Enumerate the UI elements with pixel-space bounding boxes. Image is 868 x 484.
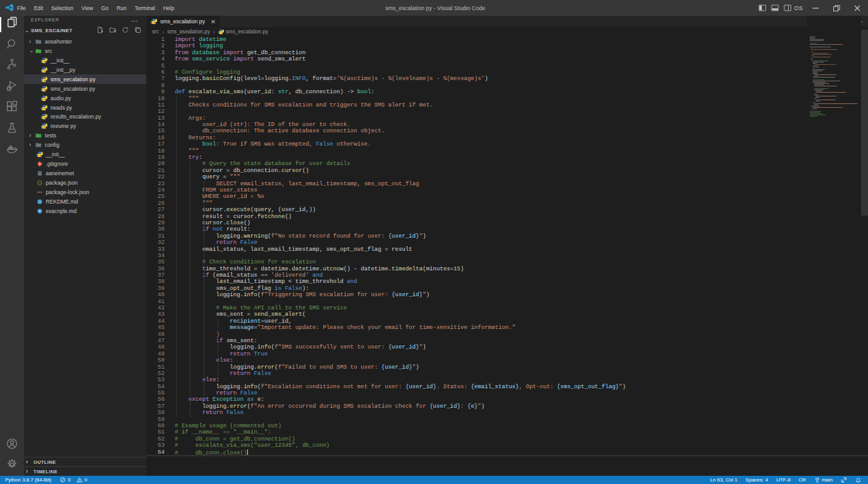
svg-text:{}: {} [38,182,42,185]
svg-text:ⓘ: ⓘ [38,200,41,204]
